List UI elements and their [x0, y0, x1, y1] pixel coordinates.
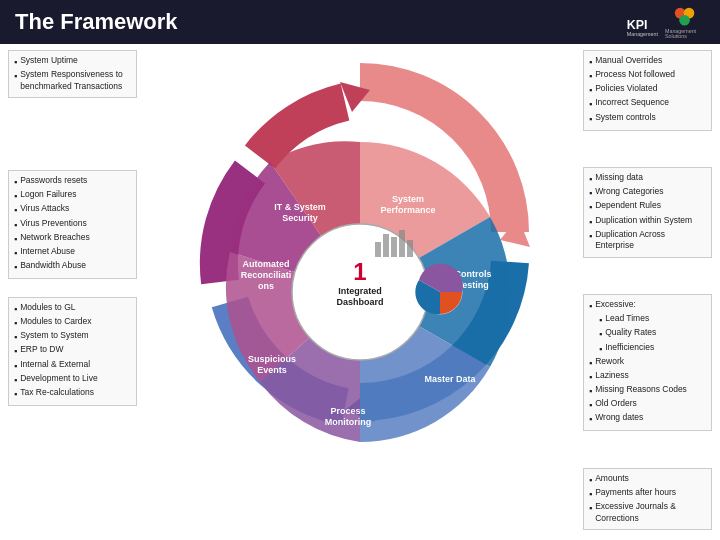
page: The Framework KPI Management Solutions M…: [0, 0, 720, 540]
list-item: ▪Virus Attacks: [14, 203, 131, 216]
list-item: ▪Wrong dates: [589, 412, 706, 425]
list-item: ▪Duplication Across Enterprise: [589, 229, 706, 252]
svg-rect-32: [399, 230, 405, 257]
list-item: ▪System controls: [589, 112, 706, 125]
list-item: ▪Modules to Cardex: [14, 316, 131, 329]
list-item: ▪Wrong Categories: [589, 186, 706, 199]
svg-text:Suspicious: Suspicious: [248, 354, 296, 364]
list-item: ▪Duplication within System: [589, 215, 706, 228]
svg-text:Events: Events: [257, 365, 287, 375]
svg-text:Dashboard: Dashboard: [336, 297, 383, 307]
list-item: ▪Bandwidth Abuse: [14, 260, 131, 273]
list-item: ▪System to System: [14, 330, 131, 343]
logo-area: KPI Management Solutions Management Solu…: [625, 6, 705, 38]
left-sidebar: ▪ System Uptime ▪ System Responsiveness …: [0, 44, 145, 540]
list-item: ▪Inefficiencies: [599, 342, 706, 355]
list-item: ▪Manual Overrides: [589, 55, 706, 68]
svg-text:Reconciliati: Reconciliati: [241, 270, 292, 280]
list-item: ▪Rework: [589, 356, 706, 369]
right-controls-box: ▪Manual Overrides ▪Process Not followed …: [583, 50, 712, 131]
list-item: ▪Network Breaches: [14, 232, 131, 245]
list-item: ▪Passwords resets: [14, 175, 131, 188]
list-item: ▪Modules to GL: [14, 302, 131, 315]
svg-text:Performance: Performance: [380, 205, 435, 215]
list-item: ▪Amounts: [589, 473, 706, 486]
wheel-svg: System Performance Controls Testing Mast…: [170, 62, 550, 522]
svg-text:Solutions: Solutions: [665, 33, 687, 38]
list-item: ▪ERP to DW: [14, 344, 131, 357]
left-recon-box: ▪Modules to GL ▪Modules to Cardex ▪Syste…: [8, 297, 137, 406]
svg-text:Process: Process: [330, 406, 365, 416]
svg-rect-30: [383, 234, 389, 257]
right-master-box: ▪Missing data ▪Wrong Categories ▪Depende…: [583, 167, 712, 258]
left-security-box: ▪Passwords resets ▪Logon Failures ▪Virus…: [8, 170, 137, 279]
list-item: ▪Tax Re-calculations: [14, 387, 131, 400]
svg-text:IT & System: IT & System: [274, 202, 326, 212]
svg-text:Solutions: Solutions: [627, 37, 649, 38]
list-item: ▪Internet Abuse: [14, 246, 131, 259]
svg-point-2: [679, 15, 690, 26]
list-item: ▪Incorrect Sequence: [589, 97, 706, 110]
svg-rect-29: [375, 242, 381, 257]
kpi-logo: KPI Management Solutions Management Solu…: [625, 6, 705, 38]
right-sidebar: ▪Manual Overrides ▪Process Not followed …: [575, 44, 720, 540]
header: The Framework KPI Management Solutions M…: [0, 0, 720, 44]
right-process-box: ▪Excessive: ▪Lead Times ▪Quality Rates ▪…: [583, 294, 712, 431]
svg-text:Integrated: Integrated: [338, 286, 382, 296]
svg-text:Master Data: Master Data: [424, 374, 476, 384]
main-content: ▪ System Uptime ▪ System Responsiveness …: [0, 44, 720, 540]
wheel-container: System Performance Controls Testing Mast…: [170, 62, 550, 522]
list-item: ▪Excessive:: [589, 299, 706, 312]
list-item: ▪Missing Reasons Codes: [589, 384, 706, 397]
svg-rect-33: [407, 240, 413, 257]
list-item: ▪Logon Failures: [14, 189, 131, 202]
svg-rect-31: [391, 237, 397, 257]
list-item: ▪Quality Rates: [599, 327, 706, 340]
svg-text:KPI: KPI: [627, 18, 648, 32]
list-item: ▪Process Not followed: [589, 69, 706, 82]
list-item: ▪Excessive Journals & Corrections: [589, 501, 706, 524]
list-item: ▪Policies Violated: [589, 83, 706, 96]
list-item: ▪Old Orders: [589, 398, 706, 411]
center-wheel-area: System Performance Controls Testing Mast…: [145, 44, 575, 540]
list-item: ▪Laziness: [589, 370, 706, 383]
svg-text:Automated: Automated: [243, 259, 290, 269]
svg-text:Security: Security: [282, 213, 318, 223]
svg-text:ons: ons: [258, 281, 274, 291]
page-title: The Framework: [15, 9, 178, 35]
svg-text:1: 1: [353, 258, 366, 285]
list-item: ▪Missing data: [589, 172, 706, 185]
list-item: ▪Virus Preventions: [14, 218, 131, 231]
right-suspicious-box: ▪Amounts ▪Payments after hours ▪Excessiv…: [583, 468, 712, 530]
svg-text:Monitoring: Monitoring: [325, 417, 372, 427]
svg-text:System: System: [392, 194, 424, 204]
list-item: ▪Payments after hours: [589, 487, 706, 500]
list-item: ▪ System Responsiveness to benchmarked T…: [14, 69, 131, 92]
list-item: ▪Internal & External: [14, 359, 131, 372]
list-item: ▪Lead Times: [599, 313, 706, 326]
list-item: ▪Development to Live: [14, 373, 131, 386]
list-item: ▪Dependent Rules: [589, 200, 706, 213]
left-top-box: ▪ System Uptime ▪ System Responsiveness …: [8, 50, 137, 98]
list-item: ▪ System Uptime: [14, 55, 131, 68]
